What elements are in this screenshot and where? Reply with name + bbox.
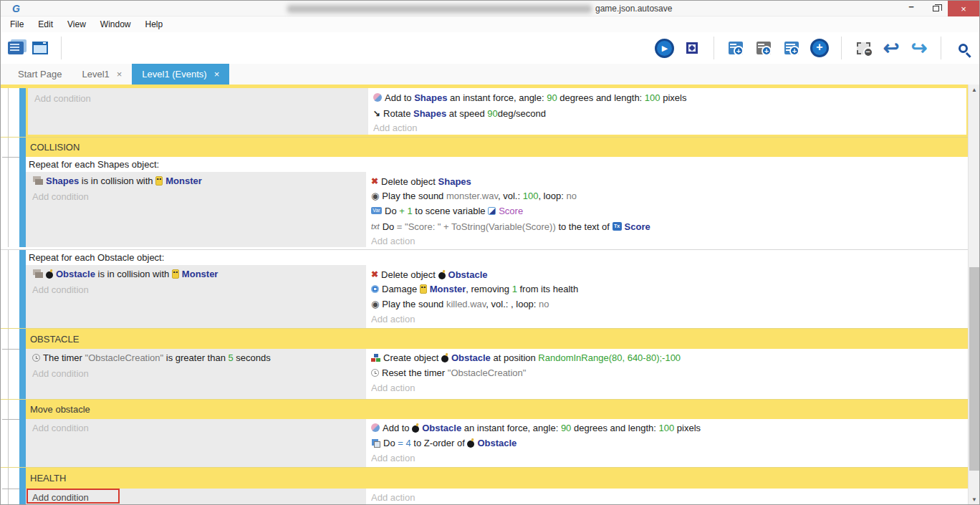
action-row[interactable]: Delete object Shapes: [371, 173, 969, 188]
add-action-row[interactable]: Add action: [371, 234, 969, 247]
event-header-row[interactable]: Repeat for each Obstacle object:: [26, 250, 969, 265]
toolbar-right: ▶ + + + + − ↩ ↪: [653, 32, 974, 64]
txt-icon: [371, 218, 380, 234]
action-row[interactable]: Play the sound killed.wav, vol.: , loop:…: [371, 297, 969, 312]
group-header[interactable]: Move obstacle: [26, 400, 969, 419]
event-header-row[interactable]: Repeat for each Shapes object:: [26, 157, 969, 172]
bomb-icon: [441, 355, 448, 362]
event-drag-handle[interactable]: [19, 349, 26, 399]
group-drag-handle[interactable]: [19, 400, 26, 419]
menu-file[interactable]: File: [3, 16, 31, 32]
textobj-icon: [612, 222, 622, 231]
window-title-redacted: [287, 5, 592, 13]
redo-button[interactable]: ↪: [908, 37, 930, 59]
condition-row[interactable]: The timer "ObstacleCreation" is greater …: [26, 350, 366, 366]
search-button[interactable]: [952, 37, 974, 59]
debug-button[interactable]: [681, 37, 703, 59]
add-action-row[interactable]: Add action: [371, 380, 969, 395]
add-subevent-icon: +: [756, 42, 771, 54]
toolbar-separator: [841, 37, 842, 59]
condition-row[interactable]: Shapes is in collision with Monster: [26, 173, 366, 189]
action-row[interactable]: Do + 1 to scene variable Score: [371, 203, 969, 218]
tree-gutter: [1, 400, 19, 419]
tab-level1[interactable]: Level1 ×: [72, 64, 132, 85]
bomb-icon: [46, 271, 53, 279]
add-condition-row[interactable]: Add condition: [28, 91, 368, 107]
scrollbar-up-icon[interactable]: ▲: [969, 85, 979, 96]
restore-button[interactable]: [923, 1, 948, 16]
toolbar-separator: [61, 37, 62, 59]
event-repeat-obstacle-collision: Repeat for each Obstacle object: Obstacl…: [1, 249, 969, 328]
group-header[interactable]: OBSTACLE: [26, 329, 969, 349]
menu-view[interactable]: View: [60, 16, 93, 32]
group-collision: COLLISION: [1, 137, 969, 157]
action-row[interactable]: Rotate Shapes at speed 90deg/second: [373, 105, 966, 120]
sound-icon: [371, 188, 379, 203]
group-drag-handle[interactable]: [19, 329, 26, 349]
toolbar-separator: [941, 37, 941, 59]
action-row[interactable]: Do = "Score: " + ToString(Variable(Score…: [371, 218, 969, 234]
action-row[interactable]: Create object Obstacle at position Rando…: [371, 350, 969, 365]
add-condition-row[interactable]: Add condition: [26, 420, 366, 436]
delete-event-icon: −: [857, 42, 870, 54]
window-controls: − ×: [899, 1, 979, 16]
add-comment-button[interactable]: +: [781, 37, 802, 59]
actions-column: Delete object Shapes Play the sound mons…: [366, 172, 969, 247]
action-row[interactable]: Reset the timer "ObstacleCreation": [371, 365, 969, 380]
actions-column: Add action: [366, 489, 969, 505]
group-drag-handle[interactable]: [19, 468, 26, 489]
add-action-row[interactable]: Add action: [373, 120, 966, 135]
menu-window[interactable]: Window: [93, 16, 138, 32]
action-row[interactable]: Add to Obstacle an instant force, angle:…: [371, 420, 969, 436]
delete-event-button[interactable]: −: [852, 37, 874, 59]
add-condition-row[interactable]: Add condition: [26, 282, 366, 298]
tab-close-icon[interactable]: ×: [214, 69, 220, 80]
add-condition-row[interactable]: Add condition: [26, 366, 366, 382]
tab-level1-events[interactable]: Level1 (Events) ×: [132, 64, 229, 85]
app-logo-icon: G: [12, 4, 20, 14]
add-subevent-button[interactable]: +: [753, 37, 774, 59]
group-drag-handle[interactable]: [19, 138, 26, 157]
event-move-obstacle: Add condition Add to Obstacle an instant…: [1, 419, 969, 467]
event-drag-handle[interactable]: [19, 419, 26, 467]
add-other-event-button[interactable]: +: [809, 37, 830, 59]
close-button[interactable]: ×: [948, 1, 979, 16]
add-action-row[interactable]: Add action: [371, 451, 969, 466]
menu-help[interactable]: Help: [138, 16, 170, 32]
window-preview-icon[interactable]: [32, 42, 48, 54]
timer-icon: [32, 354, 40, 362]
add-event-button[interactable]: +: [725, 37, 746, 59]
vertical-scrollbar[interactable]: ▲ ▼: [968, 85, 979, 505]
event-drag-handle[interactable]: [19, 157, 26, 247]
event-drag-handle[interactable]: [19, 88, 26, 137]
add-condition-row[interactable]: Add condition: [26, 189, 366, 205]
condition-row[interactable]: Obstacle is in collision with Monster: [26, 266, 366, 282]
action-row[interactable]: Play the sound monster.wav, vol.: 100, l…: [371, 188, 969, 203]
toolbar-left: [1, 32, 66, 64]
group-header[interactable]: HEALTH: [26, 468, 969, 489]
event-drag-handle[interactable]: [19, 489, 26, 505]
minimize-button[interactable]: −: [899, 1, 923, 16]
add-action-row[interactable]: Add action: [371, 312, 969, 327]
undo-button[interactable]: ↩: [880, 37, 902, 59]
play-button[interactable]: ▶: [653, 37, 675, 59]
window-title: game.json.autosave: [595, 4, 672, 14]
tab-close-icon[interactable]: ×: [117, 69, 123, 80]
tree-gutter: [1, 138, 19, 157]
scene-editor-icon[interactable]: [8, 42, 24, 54]
action-row[interactable]: Do = 4 to Z-order of Obstacle: [371, 436, 969, 451]
scrollbar-thumb[interactable]: [969, 267, 979, 471]
event-drag-handle[interactable]: [19, 250, 26, 328]
action-row[interactable]: Delete object Obstacle: [371, 266, 969, 282]
scrollbar-down-icon[interactable]: ▼: [969, 494, 979, 505]
restore-icon: [933, 6, 939, 11]
add-action-row[interactable]: Add action: [371, 490, 969, 505]
event-repeat-shapes-collision: Repeat for each Shapes object: Shapes is…: [1, 157, 969, 247]
application-window: G game.json.autosave − × File Edit View …: [0, 0, 980, 505]
menu-edit[interactable]: Edit: [31, 16, 60, 32]
action-row[interactable]: Add to Shapes an instant force, angle: 9…: [373, 90, 966, 105]
group-header[interactable]: COLLISION: [26, 138, 969, 157]
tab-start-page[interactable]: Start Page: [8, 64, 72, 85]
cubes-icon: [35, 272, 43, 278]
action-row[interactable]: Damage Monster, removing 1 from its heal…: [371, 282, 969, 297]
